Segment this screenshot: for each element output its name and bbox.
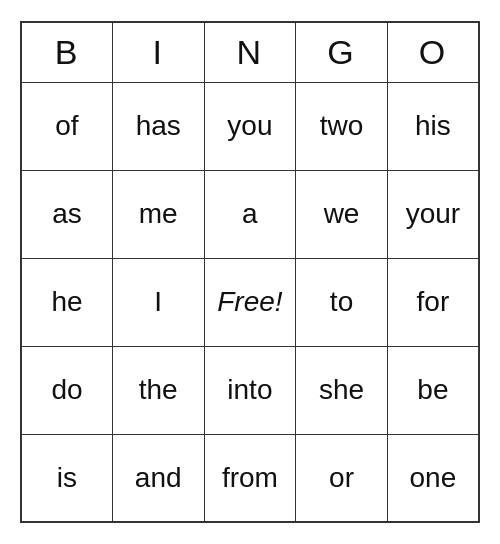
table-row: dotheintoshebe	[21, 346, 479, 434]
bingo-cell: I	[112, 258, 204, 346]
bingo-cell: your	[387, 170, 479, 258]
header-cell: G	[296, 22, 388, 82]
bingo-cell: do	[21, 346, 112, 434]
bingo-cell: of	[21, 82, 112, 170]
bingo-cell: and	[112, 434, 204, 522]
table-row: ofhasyoutwohis	[21, 82, 479, 170]
bingo-cell: a	[204, 170, 296, 258]
bingo-cell: has	[112, 82, 204, 170]
table-row: isandfromorone	[21, 434, 479, 522]
bingo-cell: as	[21, 170, 112, 258]
bingo-cell: his	[387, 82, 479, 170]
header-cell: N	[204, 22, 296, 82]
bingo-cell: we	[296, 170, 388, 258]
bingo-cell: or	[296, 434, 388, 522]
bingo-cell: he	[21, 258, 112, 346]
bingo-cell: into	[204, 346, 296, 434]
bingo-cell: the	[112, 346, 204, 434]
header-cell: I	[112, 22, 204, 82]
bingo-cell: for	[387, 258, 479, 346]
bingo-cell: me	[112, 170, 204, 258]
header-cell: B	[21, 22, 112, 82]
header-cell: O	[387, 22, 479, 82]
bingo-cell: from	[204, 434, 296, 522]
table-row: asmeaweyour	[21, 170, 479, 258]
bingo-cell: is	[21, 434, 112, 522]
bingo-cell: you	[204, 82, 296, 170]
bingo-cell: Free!	[204, 258, 296, 346]
bingo-cell: she	[296, 346, 388, 434]
bingo-card: BINGO ofhasyoutwohisasmeaweyourheIFree!t…	[20, 21, 480, 523]
bingo-cell: one	[387, 434, 479, 522]
header-row: BINGO	[21, 22, 479, 82]
bingo-cell: two	[296, 82, 388, 170]
bingo-cell: be	[387, 346, 479, 434]
table-row: heIFree!tofor	[21, 258, 479, 346]
bingo-cell: to	[296, 258, 388, 346]
